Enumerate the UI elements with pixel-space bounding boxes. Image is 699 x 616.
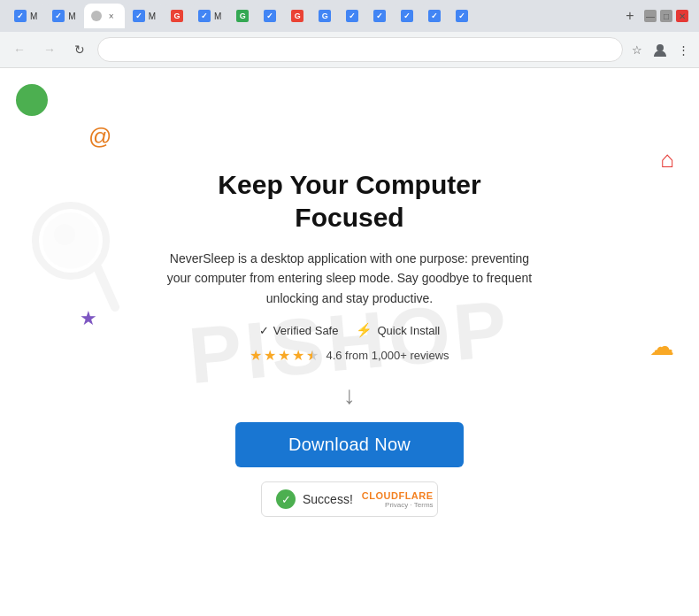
rating-text: 4.6 from 1,000+ reviews (326, 349, 449, 362)
tab-1-favicon: ✓ (14, 10, 27, 22)
tab-5[interactable]: ✓ M (191, 4, 228, 28)
back-button[interactable]: ← (7, 37, 32, 62)
tab-13[interactable]: ✓ (421, 4, 448, 28)
url-bar[interactable] (97, 37, 623, 62)
bookmark-icon[interactable]: ☆ (628, 41, 646, 58)
tab-10[interactable]: ✓ (339, 4, 365, 28)
download-now-button[interactable]: Download Now (235, 422, 464, 467)
reload-button[interactable]: ↻ (67, 37, 92, 62)
tab-close-button[interactable]: × (105, 10, 118, 22)
tab-bar: ✓ M ✓ M × ✓ M G ✓ M G (0, 0, 699, 32)
page-content: PISHOP @ ⌂ ★ ☁ Keep Your Computer Focuse… (0, 68, 699, 616)
cloudflare-name: CLOUDFLARE (362, 490, 434, 501)
tab-9-favicon: G (319, 10, 331, 22)
main-section: Keep Your Computer Focused NeverSleep is… (0, 68, 699, 616)
new-tab-button[interactable]: + (618, 4, 642, 28)
url-icons: ☆ ⋮ (628, 41, 692, 58)
tab-2-favicon: ✓ (52, 10, 65, 22)
quick-install-label: Quick Install (377, 324, 440, 337)
arrow-down-icon: ↓ (343, 381, 356, 410)
check-icon: ✓ (259, 324, 269, 337)
trust-badges: ✓ Verified Safe ⚡ Quick Install (259, 322, 441, 338)
address-bar: ← → ↻ ☆ ⋮ (0, 32, 699, 67)
success-banner: ✓ Success! CLOUDFLARE Privacy · Terms (261, 481, 438, 517)
tab-2-label: M (68, 12, 75, 21)
headline-line2: Focused (295, 203, 403, 232)
verified-safe-badge: ✓ Verified Safe (259, 324, 339, 337)
tab-3-favicon: ✓ (133, 10, 145, 22)
star-4: ★ (292, 347, 304, 364)
tab-12[interactable]: ✓ (394, 4, 420, 28)
tab-11[interactable]: ✓ (366, 4, 393, 28)
close-window-button[interactable]: ✕ (676, 10, 688, 22)
tab-3-label: M (149, 12, 156, 21)
tab-7-favicon: ✓ (264, 10, 276, 22)
stars-display: ★ ★ ★ ★ ★★ (250, 347, 319, 364)
tab-2[interactable]: ✓ M (45, 4, 82, 28)
window-controls: — □ ✕ (644, 10, 692, 22)
tab-4-favicon: G (171, 10, 183, 22)
maximize-button[interactable]: □ (660, 10, 672, 22)
tab-1[interactable]: ✓ M (7, 4, 44, 28)
browser-chrome: ✓ M ✓ M × ✓ M G ✓ M G (0, 0, 699, 68)
tab-9[interactable]: G (311, 4, 338, 28)
tab-active[interactable]: × (84, 4, 125, 28)
svg-point-0 (657, 44, 664, 51)
tab-8[interactable]: G (284, 4, 311, 28)
cloudflare-logo: CLOUDFLARE Privacy · Terms (362, 490, 434, 509)
verified-safe-label: Verified Safe (273, 324, 339, 337)
tab-14[interactable]: ✓ (449, 4, 475, 28)
minimize-button[interactable]: — (644, 10, 657, 22)
tab-4[interactable]: G (164, 4, 190, 28)
tab-6[interactable]: G (229, 4, 256, 28)
star-2: ★ (264, 347, 276, 364)
tab-5-label: M (214, 12, 221, 21)
success-check-icon: ✓ (276, 489, 296, 509)
rating-row: ★ ★ ★ ★ ★★ 4.6 from 1,000+ reviews (250, 347, 449, 364)
success-label: Success! (303, 492, 353, 506)
tab-11-favicon: ✓ (373, 10, 386, 22)
menu-icon[interactable]: ⋮ (674, 41, 692, 58)
star-3: ★ (278, 347, 290, 364)
page-description: NeverSleep is a desktop application with… (164, 249, 535, 308)
tab-active-favicon (91, 11, 102, 21)
star-5-half: ★★ (306, 347, 319, 364)
tab-8-favicon: G (291, 10, 303, 22)
tab-5-favicon: ✓ (198, 10, 211, 22)
tab-14-favicon: ✓ (456, 10, 468, 22)
quick-install-badge: ⚡ Quick Install (356, 322, 440, 338)
profile-icon[interactable] (651, 41, 669, 58)
tab-3[interactable]: ✓ M (126, 4, 163, 28)
success-left: ✓ Success! (276, 489, 353, 509)
forward-button[interactable]: → (37, 37, 62, 62)
page-headline: Keep Your Computer Focused (218, 168, 480, 235)
star-1: ★ (250, 347, 262, 364)
tab-6-favicon: G (236, 10, 249, 22)
tab-7[interactable]: ✓ (257, 4, 283, 28)
tab-12-favicon: ✓ (401, 10, 413, 22)
tab-1-label: M (30, 12, 37, 21)
headline-line1: Keep Your Computer (218, 170, 480, 199)
tab-10-favicon: ✓ (346, 10, 358, 22)
tab-13-favicon: ✓ (428, 10, 441, 22)
cloudflare-links: Privacy · Terms (385, 501, 434, 509)
bolt-icon: ⚡ (356, 322, 373, 338)
